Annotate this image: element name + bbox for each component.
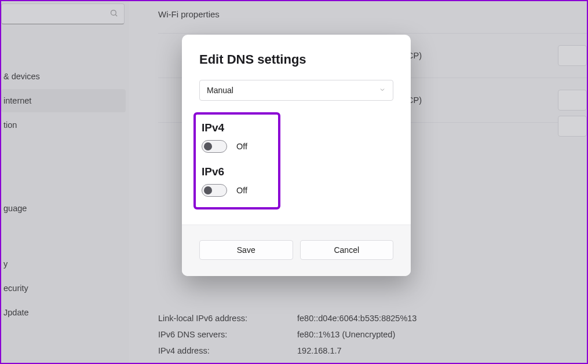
toggle-label: IPv6 [202, 166, 272, 178]
dns-mode-select[interactable]: Manual [199, 80, 393, 101]
annotation-highlight: IPv4 Off IPv6 Off [193, 112, 280, 209]
toggle-state: Off [236, 142, 247, 151]
chevron-down-icon [379, 86, 386, 95]
toggle-label: IPv4 [202, 122, 272, 134]
ipv6-toggle[interactable] [202, 184, 227, 197]
cancel-button[interactable]: Cancel [300, 240, 394, 260]
save-button[interactable]: Save [199, 240, 293, 260]
ipv4-toggle[interactable] [202, 140, 227, 153]
dialog-title: Edit DNS settings [199, 52, 393, 67]
ipv4-group: IPv4 Off [202, 122, 272, 153]
ipv6-group: IPv6 Off [202, 166, 272, 197]
select-value: Manual [207, 86, 379, 95]
edit-dns-dialog: Edit DNS settings Manual IPv4 Off IPv6 [182, 35, 411, 276]
toggle-state: Off [236, 186, 247, 195]
